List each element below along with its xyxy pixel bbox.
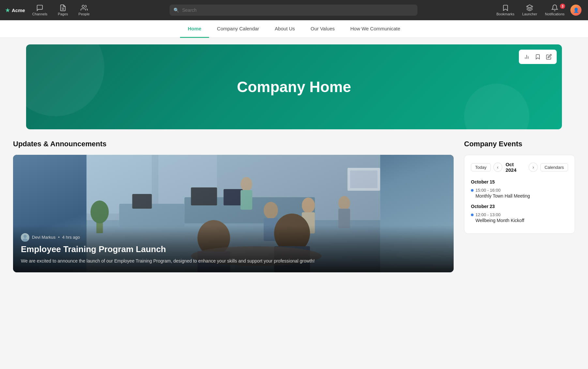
- calendars-button[interactable]: Calendars: [540, 163, 568, 171]
- events-section-title: Company Events: [464, 140, 575, 148]
- top-navigation: ★ Acme Channels Pages: [0, 0, 588, 20]
- hero-title: Company Home: [237, 78, 351, 96]
- event-time-text-town-hall: 15:00 - 16:00: [475, 188, 501, 193]
- people-icon: [81, 4, 88, 11]
- brand-star-icon: ★: [5, 7, 10, 13]
- event-date-october-23: October 23: [471, 204, 568, 209]
- event-date-october-15: October 15: [471, 179, 568, 184]
- author-avatar: [21, 233, 29, 242]
- event-time-town-hall: 15:00 - 16:00: [471, 188, 568, 193]
- sub-navigation: Home Company Calendar About Us Our Value…: [0, 20, 588, 38]
- event-item-wellbeing[interactable]: 12:00 - 13:00 Wellbeing Month Kickoff: [471, 212, 568, 223]
- channels-icon: [36, 4, 43, 11]
- events-calendar-header: Today ‹ Oct 2024 › Calendars: [471, 162, 568, 173]
- notifications-icon: [551, 4, 558, 11]
- search-icon: 🔍: [173, 8, 179, 13]
- event-time-wellbeing: 12:00 - 13:00: [471, 212, 568, 217]
- pages-label: Pages: [58, 12, 68, 16]
- prev-month-button[interactable]: ‹: [493, 163, 502, 172]
- brand-logo[interactable]: ★ Acme: [5, 7, 25, 13]
- event-time-text-wellbeing: 12:00 - 13:00: [475, 212, 501, 217]
- hero-actions-toolbar: [519, 50, 557, 64]
- event-name-wellbeing: Wellbeing Month Kickoff: [471, 218, 568, 223]
- main-content: Updates & Announcements: [0, 129, 588, 283]
- subnav-company-calendar[interactable]: Company Calendar: [209, 20, 267, 38]
- edit-hero-button[interactable]: [544, 52, 554, 62]
- article-description: We are excited to announce the launch of…: [21, 258, 446, 265]
- people-label: People: [79, 12, 90, 16]
- launcher-icon: [526, 4, 533, 11]
- subnav-how-we-communicate[interactable]: How We Communicate: [342, 20, 408, 38]
- event-dot-town-hall: [471, 189, 474, 192]
- subnav-our-values[interactable]: Our Values: [303, 20, 342, 38]
- bookmarks-button[interactable]: Bookmarks: [493, 2, 518, 18]
- events-card: Today ‹ Oct 2024 › Calendars October 15 …: [464, 155, 575, 234]
- bookmark-icon: [502, 4, 509, 11]
- avatar: 👤: [570, 5, 581, 16]
- analytics-icon: [524, 54, 530, 60]
- left-column: Updates & Announcements: [13, 140, 454, 272]
- event-item-town-hall[interactable]: 15:00 - 16:00 Monthly Town Hall Meeting: [471, 188, 568, 199]
- subnav-home[interactable]: Home: [180, 20, 209, 38]
- bookmark-hero-button[interactable]: [533, 52, 543, 62]
- next-month-button[interactable]: ›: [529, 163, 537, 172]
- brand-name: Acme: [12, 8, 25, 13]
- nav-channels[interactable]: Channels: [28, 2, 52, 18]
- user-avatar-button[interactable]: 👤: [569, 3, 583, 18]
- current-month: Oct 2024: [505, 162, 525, 173]
- bookmarks-label: Bookmarks: [496, 12, 514, 16]
- nav-people[interactable]: People: [74, 2, 94, 18]
- updates-section-title: Updates & Announcements: [13, 140, 454, 148]
- article-author-row: Devi Markus • 4 hrs ago: [21, 233, 446, 242]
- launcher-button[interactable]: Launcher: [519, 2, 540, 18]
- analytics-button[interactable]: [521, 52, 532, 62]
- article-title: Employee Training Program Launch: [21, 244, 446, 254]
- subnav-about-us[interactable]: About Us: [267, 20, 303, 38]
- pages-icon: [59, 4, 67, 11]
- right-column: Company Events Today ‹ Oct 2024 › Calend…: [464, 140, 575, 272]
- author-separator: •: [58, 235, 60, 240]
- event-dot-wellbeing: [471, 214, 474, 216]
- notifications-button[interactable]: 3 Notifications: [542, 2, 568, 18]
- article-card[interactable]: Devi Markus • 4 hrs ago Employee Trainin…: [13, 155, 454, 272]
- nav-pages[interactable]: Pages: [53, 2, 72, 18]
- svg-point-2: [82, 5, 84, 8]
- right-nav-icons: Bookmarks Launcher 3 Notifications 👤: [493, 2, 583, 18]
- svg-point-35: [23, 235, 27, 238]
- nav-icons-group: Channels Pages People: [28, 2, 94, 18]
- hero-banner: Company Home: [26, 44, 562, 129]
- today-button[interactable]: Today: [471, 163, 491, 171]
- notifications-label: Notifications: [545, 12, 565, 16]
- notifications-badge: 3: [560, 4, 565, 9]
- channels-label: Channels: [32, 12, 47, 16]
- search-bar-container: 🔍: [170, 5, 417, 16]
- article-card-overlay: Devi Markus • 4 hrs ago Employee Trainin…: [13, 225, 454, 272]
- events-list: October 15 15:00 - 16:00 Monthly Town Ha…: [471, 179, 568, 223]
- launcher-label: Launcher: [522, 12, 537, 16]
- search-input[interactable]: [170, 5, 417, 16]
- author-name: Devi Markus: [32, 235, 55, 240]
- event-name-town-hall: Monthly Town Hall Meeting: [471, 193, 568, 199]
- edit-hero-icon: [546, 54, 552, 60]
- article-time: 4 hrs ago: [62, 235, 80, 240]
- bookmark-hero-icon: [535, 54, 541, 60]
